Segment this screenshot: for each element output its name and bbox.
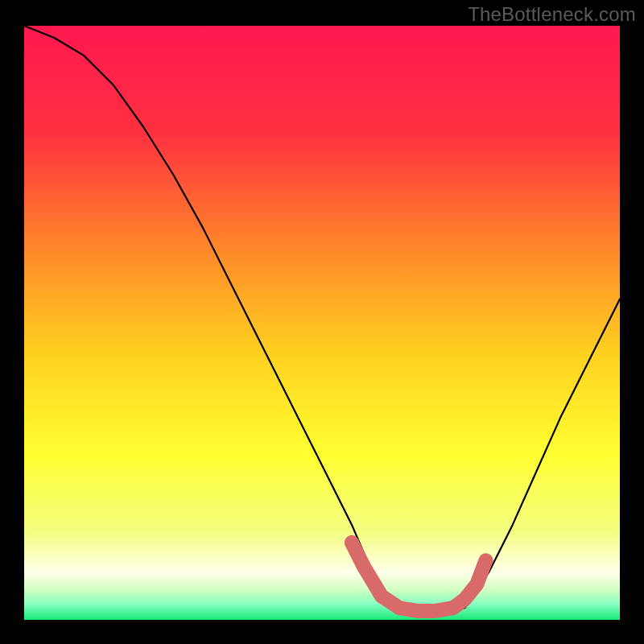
optimal-zone-dot <box>357 559 371 574</box>
chart-frame: TheBottleneck.com <box>0 0 644 644</box>
gradient-background <box>24 26 620 620</box>
bottleneck-chart <box>0 0 644 644</box>
watermark-text: TheBottleneck.com <box>468 3 636 26</box>
optimal-zone-dot <box>345 535 359 550</box>
